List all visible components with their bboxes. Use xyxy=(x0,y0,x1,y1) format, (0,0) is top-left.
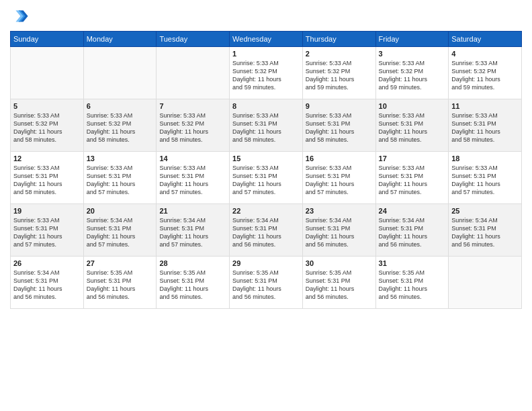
day-info: Sunrise: 5:34 AM Sunset: 5:31 PM Dayligh… xyxy=(87,216,154,249)
calendar-cell: 1Sunrise: 5:33 AM Sunset: 5:32 PM Daylig… xyxy=(230,47,303,99)
calendar-cell: 30Sunrise: 5:35 AM Sunset: 5:31 PM Dayli… xyxy=(302,257,375,309)
calendar-cell: 18Sunrise: 5:33 AM Sunset: 5:31 PM Dayli… xyxy=(449,152,522,204)
page-container: SundayMondayTuesdayWednesdayThursdayFrid… xyxy=(0,0,532,316)
calendar-cell: 24Sunrise: 5:34 AM Sunset: 5:31 PM Dayli… xyxy=(375,204,449,257)
calendar-cell: 16Sunrise: 5:33 AM Sunset: 5:31 PM Dayli… xyxy=(302,152,375,204)
calendar-cell: 9Sunrise: 5:33 AM Sunset: 5:31 PM Daylig… xyxy=(302,99,375,152)
day-info: Sunrise: 5:33 AM Sunset: 5:31 PM Dayligh… xyxy=(87,164,154,197)
calendar-cell: 17Sunrise: 5:33 AM Sunset: 5:31 PM Dayli… xyxy=(375,152,449,204)
calendar-week-row: 5Sunrise: 5:33 AM Sunset: 5:32 PM Daylig… xyxy=(11,99,522,152)
calendar-cell: 4Sunrise: 5:33 AM Sunset: 5:32 PM Daylig… xyxy=(449,47,522,99)
calendar-cell: 7Sunrise: 5:33 AM Sunset: 5:32 PM Daylig… xyxy=(157,99,230,152)
day-number: 18 xyxy=(451,154,519,163)
calendar-cell xyxy=(83,47,157,99)
calendar-header-friday: Friday xyxy=(375,32,449,47)
calendar-cell: 21Sunrise: 5:34 AM Sunset: 5:31 PM Dayli… xyxy=(157,204,230,257)
header xyxy=(10,7,522,26)
day-info: Sunrise: 5:33 AM Sunset: 5:31 PM Dayligh… xyxy=(451,111,519,144)
day-info: Sunrise: 5:33 AM Sunset: 5:31 PM Dayligh… xyxy=(306,164,373,197)
day-info: Sunrise: 5:34 AM Sunset: 5:31 PM Dayligh… xyxy=(232,216,300,249)
calendar-header-saturday: Saturday xyxy=(449,32,522,47)
day-info: Sunrise: 5:33 AM Sunset: 5:32 PM Dayligh… xyxy=(232,59,300,92)
day-info: Sunrise: 5:33 AM Sunset: 5:32 PM Dayligh… xyxy=(13,111,81,144)
day-number: 29 xyxy=(232,259,300,267)
day-info: Sunrise: 5:33 AM Sunset: 5:31 PM Dayligh… xyxy=(13,216,81,249)
day-number: 5 xyxy=(13,102,81,110)
calendar-week-row: 12Sunrise: 5:33 AM Sunset: 5:31 PM Dayli… xyxy=(11,152,522,204)
calendar-cell: 20Sunrise: 5:34 AM Sunset: 5:31 PM Dayli… xyxy=(83,204,157,257)
day-info: Sunrise: 5:33 AM Sunset: 5:31 PM Dayligh… xyxy=(379,111,446,144)
calendar-cell: 28Sunrise: 5:35 AM Sunset: 5:31 PM Dayli… xyxy=(157,257,230,309)
day-number: 24 xyxy=(379,207,446,215)
calendar-cell: 11Sunrise: 5:33 AM Sunset: 5:31 PM Dayli… xyxy=(449,99,522,152)
day-number: 2 xyxy=(306,50,373,58)
calendar-header-thursday: Thursday xyxy=(302,32,375,47)
day-number: 26 xyxy=(13,259,81,267)
calendar-cell: 15Sunrise: 5:33 AM Sunset: 5:31 PM Dayli… xyxy=(230,152,303,204)
day-info: Sunrise: 5:33 AM Sunset: 5:32 PM Dayligh… xyxy=(159,111,226,144)
day-info: Sunrise: 5:35 AM Sunset: 5:31 PM Dayligh… xyxy=(306,269,373,302)
calendar-cell: 14Sunrise: 5:33 AM Sunset: 5:31 PM Dayli… xyxy=(157,152,230,204)
day-info: Sunrise: 5:33 AM Sunset: 5:31 PM Dayligh… xyxy=(159,164,226,197)
day-number: 27 xyxy=(87,259,154,267)
calendar-cell xyxy=(11,47,84,99)
day-info: Sunrise: 5:34 AM Sunset: 5:31 PM Dayligh… xyxy=(306,216,373,249)
day-number: 22 xyxy=(232,207,300,215)
calendar-cell: 19Sunrise: 5:33 AM Sunset: 5:31 PM Dayli… xyxy=(11,204,84,257)
calendar-cell: 6Sunrise: 5:33 AM Sunset: 5:32 PM Daylig… xyxy=(83,99,157,152)
day-number: 6 xyxy=(87,102,154,110)
calendar-header-sunday: Sunday xyxy=(11,32,84,47)
day-number: 17 xyxy=(379,154,446,163)
calendar-cell: 10Sunrise: 5:33 AM Sunset: 5:31 PM Dayli… xyxy=(375,99,449,152)
day-info: Sunrise: 5:33 AM Sunset: 5:31 PM Dayligh… xyxy=(306,111,373,144)
day-info: Sunrise: 5:35 AM Sunset: 5:31 PM Dayligh… xyxy=(379,269,446,302)
day-info: Sunrise: 5:33 AM Sunset: 5:31 PM Dayligh… xyxy=(13,164,81,197)
calendar-header-tuesday: Tuesday xyxy=(157,32,230,47)
calendar-cell: 13Sunrise: 5:33 AM Sunset: 5:31 PM Dayli… xyxy=(83,152,157,204)
day-info: Sunrise: 5:33 AM Sunset: 5:31 PM Dayligh… xyxy=(232,111,300,144)
day-number: 14 xyxy=(159,154,226,163)
calendar-week-row: 26Sunrise: 5:34 AM Sunset: 5:31 PM Dayli… xyxy=(11,257,522,309)
logo-icon xyxy=(10,7,29,26)
day-number: 21 xyxy=(159,207,226,215)
day-number: 13 xyxy=(87,154,154,163)
logo xyxy=(10,7,32,26)
day-number: 19 xyxy=(13,207,81,215)
day-info: Sunrise: 5:33 AM Sunset: 5:31 PM Dayligh… xyxy=(451,164,519,197)
day-info: Sunrise: 5:35 AM Sunset: 5:31 PM Dayligh… xyxy=(232,269,300,302)
calendar-cell: 23Sunrise: 5:34 AM Sunset: 5:31 PM Dayli… xyxy=(302,204,375,257)
calendar-cell: 12Sunrise: 5:33 AM Sunset: 5:31 PM Dayli… xyxy=(11,152,84,204)
day-number: 1 xyxy=(232,50,300,58)
day-info: Sunrise: 5:35 AM Sunset: 5:31 PM Dayligh… xyxy=(87,269,154,302)
calendar-cell: 3Sunrise: 5:33 AM Sunset: 5:32 PM Daylig… xyxy=(375,47,449,99)
calendar-header-monday: Monday xyxy=(83,32,157,47)
day-info: Sunrise: 5:34 AM Sunset: 5:31 PM Dayligh… xyxy=(379,216,446,249)
day-info: Sunrise: 5:33 AM Sunset: 5:32 PM Dayligh… xyxy=(306,59,373,92)
day-number: 11 xyxy=(451,102,519,110)
calendar-cell: 25Sunrise: 5:34 AM Sunset: 5:31 PM Dayli… xyxy=(449,204,522,257)
day-number: 8 xyxy=(232,102,300,110)
calendar-cell: 27Sunrise: 5:35 AM Sunset: 5:31 PM Dayli… xyxy=(83,257,157,309)
calendar-cell: 22Sunrise: 5:34 AM Sunset: 5:31 PM Dayli… xyxy=(230,204,303,257)
calendar-cell: 8Sunrise: 5:33 AM Sunset: 5:31 PM Daylig… xyxy=(230,99,303,152)
day-info: Sunrise: 5:34 AM Sunset: 5:31 PM Dayligh… xyxy=(159,216,226,249)
day-info: Sunrise: 5:34 AM Sunset: 5:31 PM Dayligh… xyxy=(13,269,81,302)
day-number: 7 xyxy=(159,102,226,110)
day-number: 15 xyxy=(232,154,300,163)
day-number: 10 xyxy=(379,102,446,110)
day-number: 30 xyxy=(306,259,373,267)
day-info: Sunrise: 5:33 AM Sunset: 5:31 PM Dayligh… xyxy=(232,164,300,197)
calendar-week-row: 19Sunrise: 5:33 AM Sunset: 5:31 PM Dayli… xyxy=(11,204,522,257)
day-number: 16 xyxy=(306,154,373,163)
day-number: 20 xyxy=(87,207,154,215)
calendar-week-row: 1Sunrise: 5:33 AM Sunset: 5:32 PM Daylig… xyxy=(11,47,522,99)
day-info: Sunrise: 5:34 AM Sunset: 5:31 PM Dayligh… xyxy=(451,216,519,249)
day-number: 12 xyxy=(13,154,81,163)
calendar-cell: 29Sunrise: 5:35 AM Sunset: 5:31 PM Dayli… xyxy=(230,257,303,309)
day-info: Sunrise: 5:33 AM Sunset: 5:31 PM Dayligh… xyxy=(379,164,446,197)
day-number: 9 xyxy=(306,102,373,110)
day-number: 25 xyxy=(451,207,519,215)
calendar-cell: 26Sunrise: 5:34 AM Sunset: 5:31 PM Dayli… xyxy=(11,257,84,309)
day-number: 28 xyxy=(159,259,226,267)
day-info: Sunrise: 5:35 AM Sunset: 5:31 PM Dayligh… xyxy=(159,269,226,302)
